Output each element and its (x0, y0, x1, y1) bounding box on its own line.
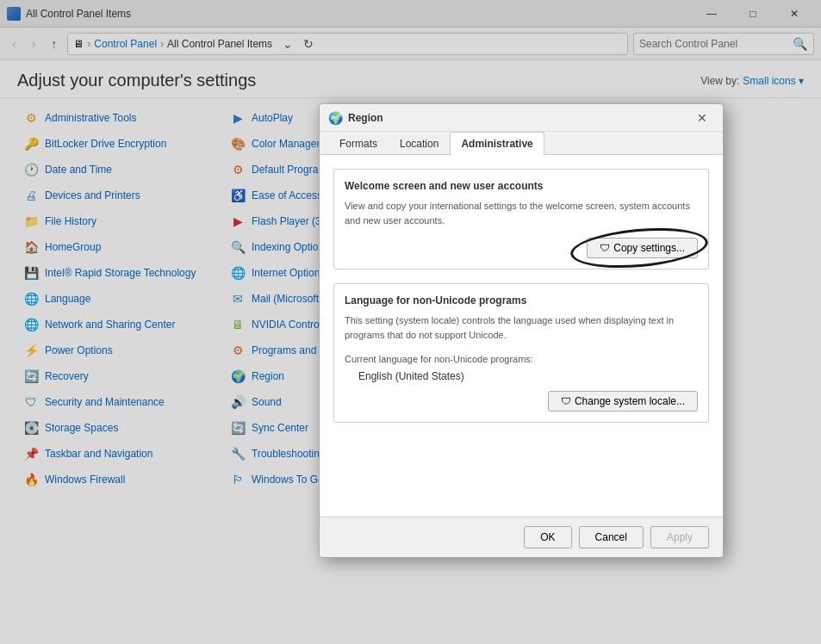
tab-administrative[interactable]: Administrative (450, 132, 544, 155)
current-lang-value: English (United States) (358, 370, 698, 382)
modal-globe-icon: 🌍 (328, 111, 343, 125)
modal-footer: OK Cancel Apply (320, 517, 723, 557)
modal-title-bar: 🌍 Region ✕ (320, 104, 723, 132)
cancel-button[interactable]: Cancel (579, 526, 644, 548)
modal-tabs: Formats Location Administrative (320, 132, 723, 155)
modal-overlay: 🌍 Region ✕ Formats Location Administrati… (0, 0, 821, 644)
ok-button[interactable]: OK (524, 526, 571, 548)
change-locale-row: 🛡 Change system locale... (345, 391, 698, 412)
current-lang-label: Current language for non-Unicode program… (345, 352, 698, 367)
section1-title: Welcome screen and new user accounts (345, 180, 698, 192)
section1-desc: View and copy your international setting… (345, 199, 698, 227)
modal-title-left: 🌍 Region (328, 111, 383, 125)
unicode-section: Language for non-Unicode programs This s… (333, 283, 709, 423)
section2-desc: This setting (system locale) controls th… (345, 313, 698, 342)
change-locale-label: Change system locale... (575, 395, 685, 407)
change-locale-button[interactable]: 🛡 Change system locale... (548, 391, 698, 412)
copy-settings-area: 🛡 Copy settings... (345, 238, 698, 258)
copy-settings-button[interactable]: 🛡 Copy settings... (587, 238, 698, 258)
modal-body: Welcome screen and new user accounts Vie… (320, 155, 723, 517)
tab-location[interactable]: Location (389, 132, 450, 155)
region-dialog: 🌍 Region ✕ Formats Location Administrati… (319, 103, 724, 558)
welcome-screen-section: Welcome screen and new user accounts Vie… (333, 169, 709, 269)
modal-close-button[interactable]: ✕ (690, 108, 714, 128)
section2-title: Language for non-Unicode programs (345, 294, 698, 307)
modal-title-text: Region (348, 112, 383, 124)
shield-icon2: 🛡 (561, 395, 571, 407)
tab-formats[interactable]: Formats (328, 132, 389, 155)
shield-icon: 🛡 (600, 242, 610, 254)
apply-button: Apply (650, 526, 709, 548)
copy-settings-label: Copy settings... (613, 242, 685, 254)
